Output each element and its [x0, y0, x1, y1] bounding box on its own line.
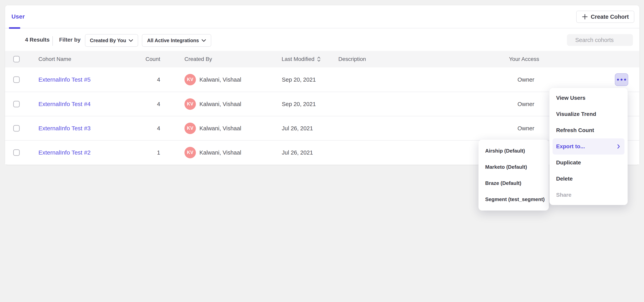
- cohort-count: 4: [157, 76, 160, 83]
- checkbox-icon: [13, 76, 20, 83]
- export-submenu: Airship (Default) Marketo (Default) Braz…: [478, 140, 549, 210]
- cohort-count: 1: [157, 149, 160, 156]
- row-actions-button[interactable]: [615, 73, 628, 86]
- avatar: KV: [184, 98, 196, 110]
- menu-item-export-to[interactable]: Export to...: [552, 138, 624, 154]
- menu-item-export-to-label: Export to...: [556, 143, 585, 150]
- last-modified-date: Sep 20, 2021: [282, 101, 316, 107]
- sort-icon: [317, 56, 321, 62]
- submenu-item-airship[interactable]: Airship (Default): [478, 143, 549, 159]
- header-last-modified-label: Last Modified: [282, 56, 314, 62]
- last-modified-date: Sep 20, 2021: [282, 76, 316, 83]
- table-row: ExternalInfo Test #5 4 KV Kalwani, Visha…: [5, 68, 639, 92]
- cohort-name-link[interactable]: ExternalInfo Test #2: [38, 149, 91, 156]
- menu-item-delete[interactable]: Delete: [550, 171, 628, 187]
- created-by-name: Kalwani, Vishaal: [200, 76, 241, 83]
- plus-icon: [582, 14, 588, 20]
- ellipsis-icon: [617, 79, 619, 81]
- access-value: Owner: [518, 101, 534, 107]
- access-value: Owner: [518, 125, 534, 132]
- avatar: KV: [184, 147, 196, 158]
- menu-item-view-users[interactable]: View Users: [550, 90, 628, 106]
- cohorts-page: { "tabs": { "user": "User" }, "header": …: [0, 0, 644, 302]
- last-modified-date: Jul 26, 2021: [282, 125, 313, 132]
- table-header: Cohort Name Count Created By Last Modifi…: [5, 51, 639, 68]
- checkbox-icon: [13, 101, 20, 107]
- row-checkbox[interactable]: [13, 149, 20, 156]
- checkbox-icon: [13, 125, 20, 132]
- row-checkbox[interactable]: [13, 101, 20, 107]
- avatar: KV: [184, 74, 196, 85]
- search-input[interactable]: [575, 37, 644, 43]
- header-description: Description: [338, 56, 366, 62]
- chevron-down-icon: [202, 39, 206, 42]
- access-value: Owner: [518, 76, 534, 83]
- row-checkbox[interactable]: [13, 76, 20, 83]
- menu-item-share: Share: [550, 187, 628, 203]
- submenu-item-segment[interactable]: Segment (test_segment): [478, 191, 549, 208]
- cohort-name-link[interactable]: ExternalInfo Test #5: [38, 76, 91, 83]
- last-modified-date: Jul 26, 2021: [282, 149, 313, 156]
- row-actions-menu: View Users Visualize Trend Refresh Count…: [550, 88, 628, 205]
- tab-active-underline: [9, 27, 20, 29]
- integrations-dropdown[interactable]: All Active Integrations: [142, 34, 211, 47]
- checkbox-icon: [13, 149, 20, 156]
- cohort-count: 4: [157, 101, 160, 107]
- cohort-name-link[interactable]: ExternalInfo Test #4: [38, 101, 91, 108]
- created-by-dropdown[interactable]: Created By You: [85, 34, 138, 47]
- created-by-dropdown-value: Created By You: [90, 38, 126, 43]
- tab-bar: User Create Cohort: [5, 5, 639, 28]
- cohort-name-link[interactable]: ExternalInfo Test #3: [38, 125, 91, 132]
- avatar: KV: [184, 122, 196, 134]
- menu-item-duplicate[interactable]: Duplicate: [550, 154, 628, 171]
- cohort-count: 4: [157, 125, 160, 132]
- tab-user-label: User: [12, 13, 25, 20]
- submenu-item-marketo[interactable]: Marketo (Default): [478, 159, 549, 175]
- table-row: ExternalInfo Test #3 4 KV Kalwani, Visha…: [5, 116, 639, 140]
- row-checkbox[interactable]: [13, 125, 20, 132]
- search-box: [567, 34, 633, 46]
- results-count: 4 Results: [25, 37, 50, 43]
- created-by-name: Kalwani, Vishaal: [200, 101, 241, 107]
- chevron-down-icon: [128, 39, 133, 42]
- checkbox-icon: [13, 56, 20, 62]
- chevron-right-icon: [617, 144, 620, 149]
- integrations-dropdown-value: All Active Integrations: [147, 38, 199, 43]
- created-by-name: Kalwani, Vishaal: [200, 149, 241, 156]
- created-by-name: Kalwani, Vishaal: [200, 125, 241, 132]
- submenu-item-braze[interactable]: Braze (Default): [478, 175, 549, 191]
- select-all-checkbox[interactable]: [13, 56, 20, 62]
- table-row: ExternalInfo Test #4 4 KV Kalwani, Visha…: [5, 92, 639, 116]
- header-your-access: Your Access: [509, 56, 539, 62]
- filter-by-label: Filter by: [59, 37, 80, 43]
- header-last-modified[interactable]: Last Modified: [282, 56, 321, 62]
- header-cohort-name: Cohort Name: [38, 56, 71, 62]
- menu-item-refresh-count[interactable]: Refresh Count: [550, 122, 628, 138]
- filter-bar: 4 Results Filter by Created By You All A…: [5, 29, 639, 51]
- create-cohort-button[interactable]: Create Cohort: [576, 11, 634, 23]
- create-cohort-label: Create Cohort: [591, 14, 629, 20]
- header-created-by: Created By: [184, 56, 212, 62]
- tab-user[interactable]: User: [12, 13, 25, 20]
- header-count: Count: [146, 56, 160, 62]
- menu-item-visualize-trend[interactable]: Visualize Trend: [550, 106, 628, 122]
- vertical-divider: [52, 36, 53, 46]
